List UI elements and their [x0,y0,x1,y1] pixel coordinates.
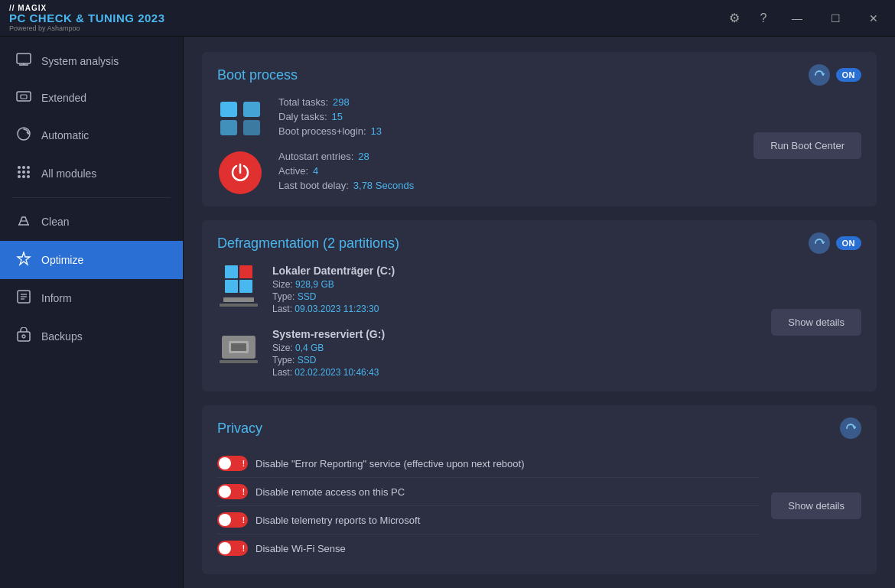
svg-point-9 [18,171,21,174]
defrag-show-details-area: Show details [771,309,861,336]
run-boot-center-button[interactable]: Run Boot Center [753,132,861,159]
backups-icon [15,327,32,346]
defrag-title: Defragmentation (2 partitions) [217,236,399,252]
boot-login-label: Boot process+login: [278,125,366,137]
svg-point-6 [18,166,21,169]
sidebar-item-extended[interactable]: Extended [0,80,183,116]
boot-toggle[interactable]: ON [836,68,862,82]
help-icon[interactable]: ? [756,11,771,26]
defrag-drives-list: Lokaler Datenträger (C:) Size: 928,9 GB … [217,265,759,379]
app-subtitle: Powered by Ashampoo [9,24,165,32]
daly-tasks-label: Daly tasks: [278,111,327,122]
privacy-toggle-knob-3 [219,542,231,554]
svg-point-11 [27,171,30,174]
sidebar-item-optimize[interactable]: Optimize [0,241,183,279]
sidebar: System analysis Extended Automatic [0,37,184,588]
app-logo: // MAGIX PC CHECK & TUNING 2023 Powered … [9,4,165,33]
privacy-label-0: Disable "Error Reporting" service (effec… [255,458,525,469]
drive-c-name: Lokaler Datenträger (C:) [272,265,759,277]
drive-g-last: Last: 02.02.2023 10:46:43 [272,367,759,378]
svg-point-13 [22,175,25,178]
svg-rect-0 [17,54,31,63]
last-boot-row: Last boot delay: 3,78 Seconds [278,180,414,191]
boot-refresh-button[interactable] [809,64,830,86]
main-content: Boot process ON [184,37,895,588]
sidebar-label-backups: Backups [41,330,83,343]
defrag-drive-g: System-reserviert (G:) Size: 0,4 GB Type… [217,328,759,379]
sidebar-item-inform[interactable]: Inform [0,279,183,317]
privacy-label-1: Disable remote access on this PC [255,486,405,498]
maximize-button[interactable]: ☐ [823,6,848,31]
sidebar-item-clean[interactable]: Clean [0,203,183,241]
privacy-title: Privacy [217,421,262,437]
inform-icon [15,289,32,307]
minimize-button[interactable]: — [785,6,809,31]
svg-rect-3 [17,92,31,101]
clean-icon [15,213,32,231]
boot-bottom-stats: Autostart entries: 28 Active: 4 Last boo… [278,151,414,194]
sidebar-item-automatic[interactable]: Automatic [0,116,183,154]
defrag-show-details-button[interactable]: Show details [771,309,861,336]
privacy-controls [840,417,861,439]
drive-c-size: Size: 928,9 GB [272,279,759,290]
boot-login-value: 13 [371,125,382,137]
daly-tasks-value: 15 [332,111,343,122]
privacy-refresh-button[interactable] [840,417,861,439]
privacy-toggle-knob-0 [219,457,231,469]
privacy-item-2: Disable telemetry reports to Microsoft [217,506,759,534]
privacy-toggle-1[interactable] [217,484,248,499]
privacy-show-details-button[interactable]: Show details [771,492,861,519]
privacy-content: Disable "Error Reporting" service (effec… [217,450,861,562]
automatic-icon [15,126,32,145]
autostart-row: Autostart entries: 28 [278,151,414,162]
privacy-toggle-knob-1 [219,486,231,498]
settings-icon[interactable]: ⚙ [727,11,742,26]
privacy-card: Privacy Disable [202,405,877,574]
app-title: PC CHECK & TUNING 2023 [9,12,165,25]
privacy-item-1: Disable remote access on this PC [217,478,759,506]
sidebar-label-all-modules: All modules [41,167,96,180]
last-boot-value: 3,78 Seconds [353,180,415,191]
total-tasks-value: 298 [333,96,350,108]
defrag-toggle[interactable]: ON [836,236,862,250]
privacy-item-0: Disable "Error Reporting" service (effec… [217,450,759,478]
boot-top-stats: Total tasks: 298 Daly tasks: 15 Boot pro… [278,96,382,140]
titlebar: // MAGIX PC CHECK & TUNING 2023 Powered … [0,0,895,37]
drive-c-icon [217,265,260,307]
autostart-label: Autostart entries: [278,151,353,162]
system-analysis-icon [15,53,32,70]
drive-g-info: System-reserviert (G:) Size: 0,4 GB Type… [272,328,759,379]
defrag-content: Lokaler Datenträger (C:) Size: 928,9 GB … [217,265,861,379]
close-button[interactable]: ✕ [861,6,886,31]
defrag-drive-c: Lokaler Datenträger (C:) Size: 928,9 GB … [217,265,759,316]
svg-point-8 [27,166,30,169]
active-value: 4 [313,165,318,177]
sidebar-label-extended: Extended [41,92,86,104]
drive-c-last: Last: 09.03.2023 11:23:30 [272,304,759,314]
sidebar-label-inform: Inform [41,292,72,304]
privacy-toggle-0[interactable] [217,456,248,471]
privacy-header: Privacy [217,417,861,439]
privacy-toggle-knob-2 [219,514,231,526]
privacy-label-3: Disable Wi-Fi Sense [255,543,346,554]
sidebar-item-system-analysis[interactable]: System analysis [0,43,183,80]
privacy-toggle-2[interactable] [217,512,248,528]
total-tasks-row: Total tasks: 298 [278,96,382,108]
drive-g-type: Type: SSD [272,355,759,365]
sidebar-item-all-modules[interactable]: All modules [0,154,183,193]
all-modules-icon [15,164,32,183]
defrag-controls: ON [809,232,862,254]
svg-rect-4 [21,95,27,99]
privacy-label-2: Disable telemetry reports to Microsoft [255,515,420,526]
boot-process-header: Boot process ON [217,64,861,86]
svg-point-14 [27,175,30,178]
autostart-value: 28 [358,151,369,162]
optimize-icon [15,251,32,269]
main-layout: System analysis Extended Automatic [0,37,895,588]
sidebar-item-backups[interactable]: Backups [0,317,183,356]
privacy-toggle-3[interactable] [217,541,248,556]
run-boot-center-area: Run Boot Center [753,96,861,194]
sidebar-divider-1 [12,197,171,198]
power-icon [219,151,262,194]
defrag-refresh-button[interactable] [809,232,830,254]
